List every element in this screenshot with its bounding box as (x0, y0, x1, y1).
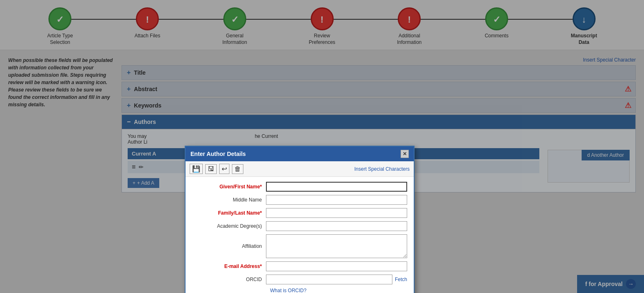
modal-header: Enter Author Details ✕ (186, 146, 414, 161)
modal-body: Given/First Name* Middle Name Family/Las… (186, 177, 414, 201)
modal-insert-special-link[interactable]: Insert Special Characters (354, 166, 410, 172)
given-name-input[interactable] (266, 182, 407, 192)
enter-author-details-modal: Enter Author Details ✕ 💾 🖫 ↩ 🗑 Insert Sp… (185, 146, 415, 201)
modal-title: Enter Author Details (190, 151, 246, 157)
undo-icon-button[interactable]: ↩ (219, 164, 229, 174)
middle-name-label: Middle Name (192, 197, 266, 201)
middle-name-input[interactable] (266, 195, 407, 201)
delete-icon-button[interactable]: 🗑 (232, 164, 243, 174)
save-icon-button[interactable]: 💾 (190, 164, 203, 174)
modal-toolbar: 💾 🖫 ↩ 🗑 Insert Special Characters (186, 161, 414, 177)
given-name-label: Given/First Name* (192, 184, 266, 190)
modal-close-button[interactable]: ✕ (401, 150, 409, 158)
save-as-icon-button[interactable]: 🖫 (205, 164, 217, 174)
given-name-row: Given/First Name* (192, 182, 407, 192)
middle-name-row: Middle Name (192, 195, 407, 201)
modal-overlay: Enter Author Details ✕ 💾 🖫 ↩ 🗑 Insert Sp… (0, 0, 644, 201)
